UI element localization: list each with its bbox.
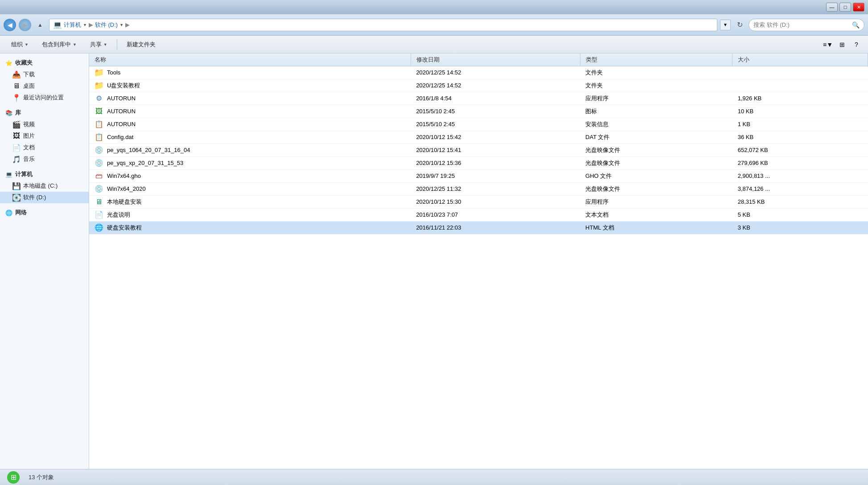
maximize-button[interactable]: □ [839,3,851,12]
sidebar-header-favorites[interactable]: ⭐ 收藏夹 [0,57,89,69]
table-row[interactable]: 📄 光盘说明 2016/10/23 7:07 文本文档 5 KB [89,208,868,221]
share-button[interactable]: 共享 ▼ [84,38,113,51]
file-name-cell[interactable]: 💿 pe_yqs_xp_20_07_31_15_53 [89,157,411,169]
sidebar-item-drive-d[interactable]: 💽 软件 (D:) [0,192,89,203]
col-name[interactable]: 名称 [89,53,411,66]
file-name: 光盘说明 [107,211,130,219]
file-icon: 🖥 [95,197,103,206]
search-box[interactable]: 🔍 [749,19,864,31]
sidebar-header-network[interactable]: 🌐 网络 [0,207,89,218]
refresh-button[interactable]: ↻ [733,19,746,31]
table-row[interactable]: 📁 Tools 2020/12/25 14:52 文件夹 [89,66,868,79]
address-path[interactable]: 💻 计算机 ▼ ▶ 软件 (D:) ▼ ▶ [49,19,717,31]
forward-button[interactable]: ▶ [19,19,31,31]
file-name-cell[interactable]: 📄 光盘说明 [89,209,411,221]
file-modified: 2015/5/10 2:45 [411,118,580,131]
view-change-button[interactable]: ≡▼ [822,38,834,51]
sidebar: ⭐ 收藏夹 📥 下载 🖥 桌面 📍 最近访问的位置 📚 库 [0,53,89,469]
file-type: GHO 文件 [580,169,732,182]
help-button[interactable]: ? [850,38,863,51]
sidebar-item-pictures[interactable]: 🖼 图片 [0,130,89,142]
table-row[interactable]: 🗃 Win7x64.gho 2019/9/7 19:25 GHO 文件 2,90… [89,169,868,182]
include-button[interactable]: 包含到库中 ▼ [36,38,82,51]
file-name-cell[interactable]: 💿 Win7x64_2020 [89,183,411,195]
table-row[interactable]: 💿 Win7x64_2020 2020/12/25 11:32 光盘映像文件 3… [89,182,868,195]
file-name-cell[interactable]: 💿 pe_yqs_1064_20_07_31_16_04 [89,144,411,156]
file-modified: 2016/1/8 4:54 [411,92,580,105]
sidebar-item-video[interactable]: 🎬 视频 [0,119,89,130]
file-name-cell[interactable]: 🗃 Win7x64.gho [89,170,411,182]
sidebar-section-favorites: ⭐ 收藏夹 📥 下载 🖥 桌面 📍 最近访问的位置 [0,57,89,103]
file-icon: 🖼 [95,107,103,116]
breadcrumb-computer[interactable]: 计算机 ▼ [64,21,87,29]
recent-icon: 📍 [12,94,21,102]
col-modified[interactable]: 修改日期 [411,53,580,66]
table-row[interactable]: 📋 AUTORUN 2015/5/10 2:45 安装信息 1 KB [89,118,868,131]
col-size[interactable]: 大小 [732,53,868,66]
sidebar-header-library[interactable]: 📚 库 [0,107,89,119]
sidebar-item-music[interactable]: 🎵 音乐 [0,153,89,165]
search-input[interactable] [753,21,849,28]
file-size: 3 KB [732,221,868,234]
sidebar-item-desktop[interactable]: 🖥 桌面 [0,80,89,92]
file-type: 应用程序 [580,92,732,105]
table-row[interactable]: ⚙ AUTORUN 2016/1/8 4:54 应用程序 1,926 KB [89,92,868,105]
file-name-cell[interactable]: 📁 U盘安装教程 [89,79,411,92]
include-dropdown-icon: ▼ [73,42,77,47]
minimize-button[interactable]: — [826,3,838,12]
table-row[interactable]: 🌐 硬盘安装教程 2016/11/21 22:03 HTML 文档 3 KB [89,221,868,234]
breadcrumb-sep-2: ▶ [125,21,130,28]
file-type: HTML 文档 [580,221,732,234]
file-size: 5 KB [732,208,868,221]
address-dropdown[interactable]: ▼ [720,20,731,30]
status-app-icon: ⊞ [5,469,21,485]
music-icon: 🎵 [12,155,21,163]
file-size: 1,926 KB [732,92,868,105]
table-row[interactable]: 🖥 本地硬盘安装 2020/10/12 15:30 应用程序 28,315 KB [89,195,868,208]
organize-button[interactable]: 组织 ▼ [5,38,34,51]
table-row[interactable]: 📁 U盘安装教程 2020/12/25 14:52 文件夹 [89,79,868,92]
share-dropdown-icon: ▼ [103,42,107,47]
file-modified: 2015/5/10 2:45 [411,105,580,118]
sidebar-section-network: 🌐 网络 [0,207,89,218]
address-bar: ◀ ▶ ▲ 💻 计算机 ▼ ▶ 软件 (D:) ▼ ▶ ▼ ↻ 🔍 [0,14,868,36]
table-row[interactable]: 💿 pe_yqs_xp_20_07_31_15_53 2020/10/12 15… [89,156,868,169]
file-name-cell[interactable]: 📁 Tools [89,66,411,79]
video-icon: 🎬 [12,120,21,128]
organize-dropdown-icon: ▼ [25,42,29,47]
file-icon: 📁 [95,68,103,77]
sidebar-header-computer[interactable]: 💻 计算机 [0,169,89,180]
table-row[interactable]: 📋 Config.dat 2020/10/12 15:42 DAT 文件 36 … [89,131,868,144]
file-modified: 2020/10/12 15:41 [411,144,580,156]
file-type: 安装信息 [580,118,732,131]
table-row[interactable]: 🖼 AUTORUN 2015/5/10 2:45 图标 10 KB [89,105,868,118]
file-size: 279,696 KB [732,156,868,169]
file-name-cell[interactable]: 📋 Config.dat [89,131,411,144]
close-button[interactable]: ✕ [853,3,864,12]
file-name-cell[interactable]: 🖥 本地硬盘安装 [89,196,411,208]
file-name-cell[interactable]: ⚙ AUTORUN [89,92,411,105]
up-button[interactable]: ▲ [34,19,46,31]
sidebar-item-downloads[interactable]: 📥 下载 [0,69,89,80]
status-count: 13 个对象 [29,473,54,481]
new-folder-button[interactable]: 新建文件夹 [121,38,161,51]
table-row[interactable]: 💿 pe_yqs_1064_20_07_31_16_04 2020/10/12 … [89,144,868,156]
file-size: 652,072 KB [732,144,868,156]
file-table: 名称 修改日期 类型 大小 📁 Tools 2020/12/25 14:52 文… [89,53,868,234]
sidebar-item-drive-c[interactable]: 💾 本地磁盘 (C:) [0,180,89,192]
file-name-cell[interactable]: 📋 AUTORUN [89,118,411,131]
back-button[interactable]: ◀ [4,19,16,31]
downloads-icon: 📥 [12,70,21,78]
col-type[interactable]: 类型 [580,53,732,66]
file-size: 10 KB [732,105,868,118]
sidebar-item-recent[interactable]: 📍 最近访问的位置 [0,92,89,103]
file-type: 应用程序 [580,195,732,208]
sidebar-item-documents[interactable]: 📄 文档 [0,142,89,153]
breadcrumb-drive[interactable]: 软件 (D:) ▼ [95,21,123,29]
toolbar: 组织 ▼ 包含到库中 ▼ 共享 ▼ 新建文件夹 ≡▼ ⊞ ? [0,36,868,53]
file-name-cell[interactable]: 🌐 硬盘安装教程 [89,222,411,234]
file-size: 36 KB [732,131,868,144]
file-modified: 2020/12/25 14:52 [411,79,580,92]
preview-pane-button[interactable]: ⊞ [836,38,848,51]
file-name-cell[interactable]: 🖼 AUTORUN [89,105,411,118]
